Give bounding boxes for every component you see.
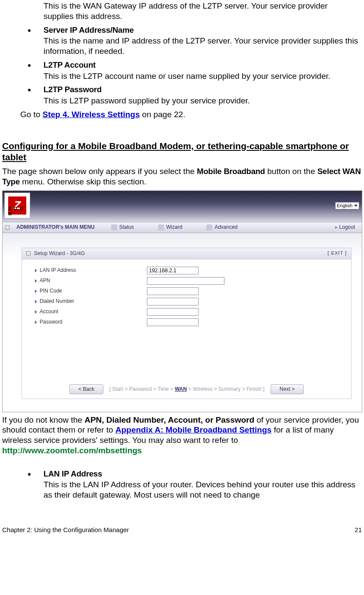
menu-item-status-label: Status [119,224,134,231]
desc-lan-ip: This is the LAN IP Address of your route… [44,480,362,500]
desc-l2tp-password: This is L2TP password supplied by your s… [44,96,362,106]
main-menu-bar: ADMINISTRATOR's MAIN MENU Status Wizard … [3,222,362,233]
bullet-icon [35,310,37,314]
crumbs-pre: [ Start > Password > Time > [109,386,175,392]
wizard-form: LAN IP Address APN PIN Code Dialed Numbe… [22,259,351,333]
intro-paragraph: The page shown below only appears if you… [2,166,362,187]
label-lan-ip: LAN IP Address [40,267,76,274]
wizard-panel: Setup Wizard - 3G/4G [ EXIT ] LAN IP Add… [22,248,352,399]
para1-mid: button on the [265,167,317,176]
menu-title: ADMINISTRATOR's MAIN MENU [12,224,99,231]
appendix-link[interactable]: Appendix A: Mobile Broadband Settings [115,425,271,434]
label-pin: PIN Code [40,288,62,294]
crumbs-post: > Wireless > Summary > Finish! ] [187,386,264,392]
row-apn: APN [35,276,338,286]
input-account[interactable] [147,308,199,316]
advanced-icon [206,224,212,231]
arrow-right-icon: ▸ [335,224,338,230]
input-pin[interactable] [147,287,199,295]
menu-item-wizard-label: Wizard [166,224,182,231]
term-lan-ip: LAN IP Address [44,469,102,478]
wizard-panel-header: Setup Wizard - 3G/4G [ EXIT ] [22,248,351,259]
input-password[interactable] [147,318,199,326]
desc-l2tp-account: This is the L2TP account name or user na… [44,71,362,81]
para2-bold: APN, Dialed Number, Account, or Password [84,415,254,424]
footer-chapter: Chapter 2: Using the Configuration Manag… [2,526,129,534]
intro-desc-0: This is the WAN Gateway IP address of th… [44,1,358,22]
row-dialed: Dialed Number [35,296,338,307]
label-apn: APN [40,277,50,284]
footer-page-number: 21 [355,526,362,534]
wizard-panel-title: Setup Wizard - 3G/4G [34,250,85,257]
label-account: Account [40,308,58,315]
desc-server-ip: This is the name and IP address of the L… [44,36,362,56]
term-l2tp-account: L2TP Account [44,60,96,69]
row-account: Account [35,307,338,317]
wizard-icon [158,224,164,231]
goto-post: on page 22. [140,110,186,119]
next-button[interactable]: Next > [271,384,304,394]
menu-item-wizard[interactable]: Wizard [146,224,194,231]
goto-line: Go to Step 4. Wireless Settings on page … [20,109,362,120]
language-label: English [337,203,352,209]
wizard-footer: < Back [ Start > Password > Time > WAN >… [22,380,351,399]
menu-icon [5,225,9,230]
section-title: Configuring for a Mobile Broadband Modem… [2,140,362,163]
row-password: Password [35,317,338,327]
panel-icon [26,251,31,255]
wizard-screenshot: Z Z O O M English ADMINISTRATOR's MAIN M… [2,190,362,412]
input-dialed[interactable] [147,298,199,305]
input-lan-ip[interactable] [147,267,199,274]
para1-post: menu. Otherwise skip this section. [20,177,146,186]
menu-logout-label: Logout [339,224,355,230]
label-dialed: Dialed Number [40,298,74,305]
zoom-logo: Z Z O O M [4,193,30,218]
goto-pre: Go to [20,110,43,119]
para2-pre: If you do not know the [2,415,84,424]
bullet-icon [35,279,37,283]
chevron-down-icon [354,205,358,207]
bullet-icon [35,321,37,324]
row-pin: PIN Code [35,286,338,296]
menu-item-advanced-label: Advanced [215,224,237,231]
zoom-logo-caption: Z O O M [8,206,30,217]
bullet-icon [35,300,37,303]
wizard-exit-link[interactable]: [ EXIT ] [328,250,347,256]
language-select[interactable]: English [335,202,359,210]
term-server-ip: Server IP Address/Name [44,25,134,34]
bullet-icon [35,290,37,293]
post-screenshot-paragraph: If you do not know the APN, Dialed Numbe… [2,415,362,456]
goto-link[interactable]: Step 4. Wireless Settings [43,110,140,119]
para1-emph1: Mobile Broadband [197,167,265,176]
term-l2tp-password: L2TP Password [44,85,102,94]
external-url[interactable]: http://www.zoomtel.com/mbsettings [2,446,142,455]
menu-item-status[interactable]: Status [99,224,146,231]
back-button[interactable]: < Back [69,384,103,394]
page-footer: Chapter 2: Using the Configuration Manag… [2,526,362,534]
bullet-icon [35,269,37,272]
wizard-breadcrumbs: [ Start > Password > Time > WAN > Wirele… [109,386,264,393]
label-password: Password [40,319,62,325]
status-icon [111,224,117,231]
menu-logout[interactable]: ▸ Logout [328,224,362,231]
menu-item-advanced[interactable]: Advanced [194,224,249,231]
input-apn[interactable] [147,277,224,285]
para1-pre: The page shown below only appears if you… [2,167,197,176]
crumbs-wan: WAN [175,386,187,392]
row-lan-ip: LAN IP Address [35,265,338,276]
